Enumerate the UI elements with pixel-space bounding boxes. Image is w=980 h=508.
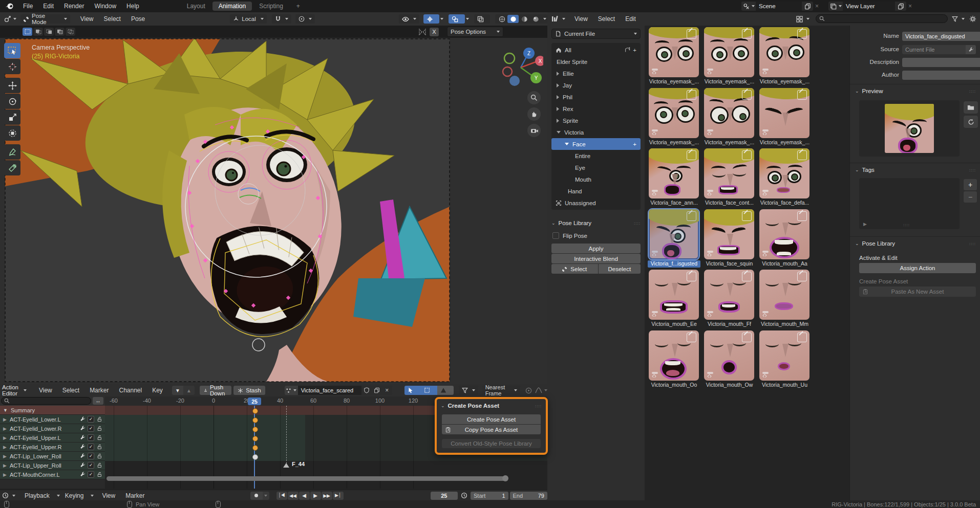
name-field[interactable]: Victoria_face_disgusted	[902, 32, 980, 41]
catalog-row[interactable]: Mouth	[551, 173, 641, 185]
edit-pose-badge-icon[interactable]	[742, 29, 752, 39]
workspace-tab-scripting[interactable]: Scripting	[253, 2, 289, 11]
show-gizmo-visibility-dropdown[interactable]	[399, 14, 419, 24]
lock-icon[interactable]	[97, 444, 102, 450]
edit-pose-badge-icon[interactable]	[742, 272, 752, 281]
edit-pose-badge-icon[interactable]	[687, 272, 696, 281]
keyframe[interactable]	[252, 436, 258, 441]
zoom-view-button[interactable]	[527, 91, 541, 104]
auto-key-button[interactable]	[250, 492, 263, 500]
stash-button[interactable]: Stash	[233, 386, 265, 395]
add-subcatalog-icon[interactable]: +	[633, 141, 636, 147]
collapse-icon[interactable]: ⌄	[441, 403, 445, 408]
ds-menu-select[interactable]: Select	[57, 387, 84, 394]
shading-solid-icon[interactable]	[507, 15, 519, 23]
modifier-wrench-icon[interactable]	[80, 416, 86, 422]
load-custom-preview-button[interactable]	[964, 101, 978, 114]
xray-toggle[interactable]	[474, 14, 490, 24]
viewport-menu-pose[interactable]: Pose	[126, 15, 150, 23]
edit-pose-badge-icon[interactable]	[687, 90, 696, 100]
ab-menu-view[interactable]: View	[569, 15, 593, 23]
new-catalog-icon[interactable]	[625, 47, 631, 53]
ab-menu-edit[interactable]: Edit	[620, 15, 641, 23]
unlink-action-icon[interactable]: ×	[382, 386, 392, 395]
keyframe[interactable]	[252, 427, 258, 432]
asset-item[interactable]: Victoria_mouth_Mm	[758, 270, 814, 330]
action-up-button[interactable]: ▴	[183, 386, 195, 395]
edit-pose-badge-icon[interactable]	[797, 211, 807, 221]
tags-list-box[interactable]: ▶ ::::	[859, 178, 960, 229]
viewport-canvas[interactable]: Camera Perspective (25) RIG-Victoria Z Y…	[0, 38, 547, 384]
edit-pose-badge-icon[interactable]	[687, 211, 696, 221]
edit-pose-badge-icon[interactable]	[797, 272, 807, 281]
asset-item[interactable]: Victoria_mouth_Uu	[758, 330, 814, 391]
asset-item-selected[interactable]: Victoria_f...isgusted	[648, 209, 703, 270]
catalog-row-victoria[interactable]: Victoria	[551, 126, 641, 138]
browse-action-dropdown[interactable]	[285, 386, 298, 395]
show-gizmo-toggle[interactable]	[423, 14, 439, 24]
catalog-row[interactable]: Hand	[551, 185, 641, 197]
edit-pose-badge-icon[interactable]	[797, 90, 807, 100]
catalog-row[interactable]: Sprite	[551, 115, 641, 126]
ds-menu-view[interactable]: View	[34, 387, 57, 394]
add-catalog-icon[interactable]: +	[633, 47, 636, 53]
lock-icon[interactable]	[97, 426, 102, 431]
current-frame-field[interactable]: 25	[431, 492, 458, 500]
timeline-editor-icon[interactable]	[2, 492, 15, 499]
workspace-tab-animation[interactable]: Animation	[212, 2, 252, 11]
generate-preview-button[interactable]	[964, 116, 978, 128]
scene-icon[interactable]	[741, 2, 756, 11]
fake-user-shield-icon[interactable]	[361, 386, 372, 395]
workspace-tab-layout[interactable]: Layout	[181, 2, 211, 11]
new-view-layer-icon[interactable]	[895, 2, 906, 11]
remove-view-layer-icon[interactable]: ×	[908, 3, 912, 10]
start-frame-field[interactable]: Start1	[471, 492, 508, 500]
keyframe[interactable]	[252, 408, 258, 414]
lock-icon[interactable]	[97, 462, 102, 468]
pose-options-dropdown[interactable]: Pose Options	[447, 27, 503, 37]
camera-view-button[interactable]	[527, 124, 541, 137]
modifier-wrench-icon[interactable]	[80, 426, 86, 431]
current-frame-badge[interactable]: 25	[248, 397, 261, 405]
select-mode-intersect-icon[interactable]	[66, 28, 75, 36]
view-layer-icon[interactable]	[828, 2, 843, 11]
asset-filter-dropdown[interactable]	[952, 16, 965, 22]
edit-pose-badge-icon[interactable]	[797, 29, 807, 39]
asset-item[interactable]: Victoria_mouth_Aa	[758, 209, 814, 270]
modifier-wrench-icon[interactable]	[80, 462, 86, 468]
flip-pose-checkbox[interactable]: ✓	[552, 232, 559, 239]
channel-summary[interactable]: ▼Summary	[0, 406, 105, 415]
asset-item[interactable]: Victoria_face_squin	[703, 209, 758, 270]
channel-row[interactable]: ▶ACT-Eyelid_Upper.R ✓	[0, 443, 105, 452]
select-mode-invert-icon[interactable]	[55, 28, 65, 36]
dopesheet-mode-dropdown[interactable]: Action Editor	[2, 384, 27, 396]
channel-search-input[interactable]	[1, 397, 91, 405]
proportional-edit-icon[interactable]	[525, 387, 532, 394]
disclosure-icon[interactable]	[557, 83, 559, 87]
preview-panel-header[interactable]: ⌄Preview::::	[855, 88, 976, 94]
asset-item[interactable]: Victoria_eyemask_...	[758, 88, 814, 148]
keyframe[interactable]	[252, 454, 258, 460]
asset-item[interactable]: Victoria_eyemask_...	[648, 88, 703, 148]
asset-item[interactable]: Victoria_eyemask_...	[758, 27, 814, 87]
channel-enable-checkbox[interactable]: ✓	[88, 471, 94, 478]
remove-tag-button[interactable]: −	[964, 191, 977, 203]
show-overlays-toggle[interactable]	[449, 14, 464, 24]
asset-item[interactable]: Victoria_face_ann...	[648, 148, 703, 209]
catalog-row[interactable]: Ellie	[551, 68, 641, 79]
catalog-row[interactable]: Eye	[551, 162, 641, 173]
viewport-menu-select[interactable]: Select	[99, 15, 126, 23]
shading-wireframe-icon[interactable]	[496, 15, 507, 23]
new-action-icon[interactable]	[372, 386, 382, 395]
lock-icon[interactable]	[97, 453, 102, 459]
edit-pose-badge-icon[interactable]	[742, 90, 752, 100]
pose-library-panel-header[interactable]: ⌄Pose Library::::	[551, 220, 641, 226]
pan-view-button[interactable]	[527, 107, 541, 121]
source-tools-icon[interactable]	[966, 45, 976, 54]
asset-settings-gear-icon[interactable]	[969, 15, 976, 23]
edit-pose-badge-icon[interactable]	[687, 150, 696, 160]
end-frame-field[interactable]: End79	[510, 492, 547, 500]
transform-orientation-dropdown[interactable]: Local	[230, 14, 267, 24]
unlink-scene-icon[interactable]: ×	[815, 3, 819, 10]
channel-enable-checkbox[interactable]: ✓	[88, 462, 94, 469]
